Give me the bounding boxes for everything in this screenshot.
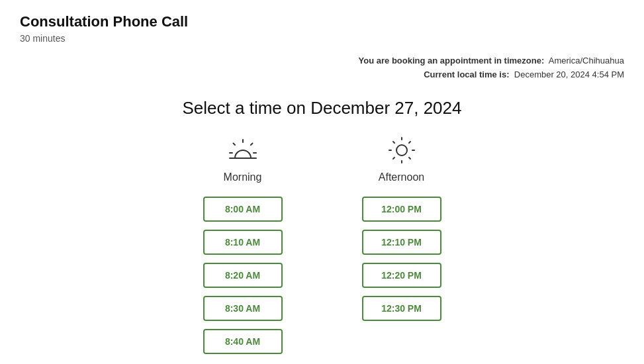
- timezone-info: You are booking an appointment in timezo…: [20, 54, 624, 82]
- time-slot-1230pm[interactable]: 12:30 PM: [362, 296, 441, 321]
- time-slot-1220pm[interactable]: 12:20 PM: [362, 263, 441, 288]
- svg-line-12: [409, 158, 410, 159]
- svg-line-14: [393, 158, 394, 159]
- svg-line-2: [251, 143, 253, 145]
- sun-icon: [386, 137, 418, 163]
- time-slot-820am[interactable]: 8:20 AM: [203, 263, 283, 288]
- local-time-value: December 20, 2024 4:54 PM: [514, 69, 624, 79]
- svg-line-3: [233, 143, 235, 145]
- time-columns: Morning 8:00 AM 8:10 AM 8:20 AM 8:30 AM …: [20, 137, 624, 354]
- duration-label: 30 minutes: [20, 33, 624, 44]
- time-slot-830am[interactable]: 8:30 AM: [203, 296, 283, 321]
- time-slot-840am[interactable]: 8:40 AM: [203, 329, 283, 354]
- time-slot-1210pm[interactable]: 12:10 PM: [362, 230, 441, 255]
- select-time-heading: Select a time on December 27, 2024: [20, 98, 624, 118]
- morning-label: Morning: [224, 171, 262, 183]
- afternoon-column: Afternoon 12:00 PM 12:10 PM 12:20 PM 12:…: [362, 137, 441, 354]
- morning-column: Morning 8:00 AM 8:10 AM 8:20 AM 8:30 AM …: [203, 137, 283, 354]
- time-slot-810am[interactable]: 8:10 AM: [203, 230, 283, 255]
- svg-line-13: [409, 142, 410, 143]
- page-title: Consultation Phone Call: [20, 13, 624, 30]
- afternoon-label: Afternoon: [379, 171, 424, 183]
- svg-point-6: [396, 145, 407, 156]
- booking-label: You are booking an appointment in timezo…: [359, 56, 545, 66]
- local-time-label: Current local time is:: [424, 69, 509, 79]
- time-slot-1200pm[interactable]: 12:00 PM: [362, 197, 441, 222]
- timezone-value: America/Chihuahua: [549, 56, 624, 66]
- svg-line-11: [393, 142, 394, 143]
- sunrise-icon: [227, 137, 259, 163]
- time-slot-800am[interactable]: 8:00 AM: [203, 197, 283, 222]
